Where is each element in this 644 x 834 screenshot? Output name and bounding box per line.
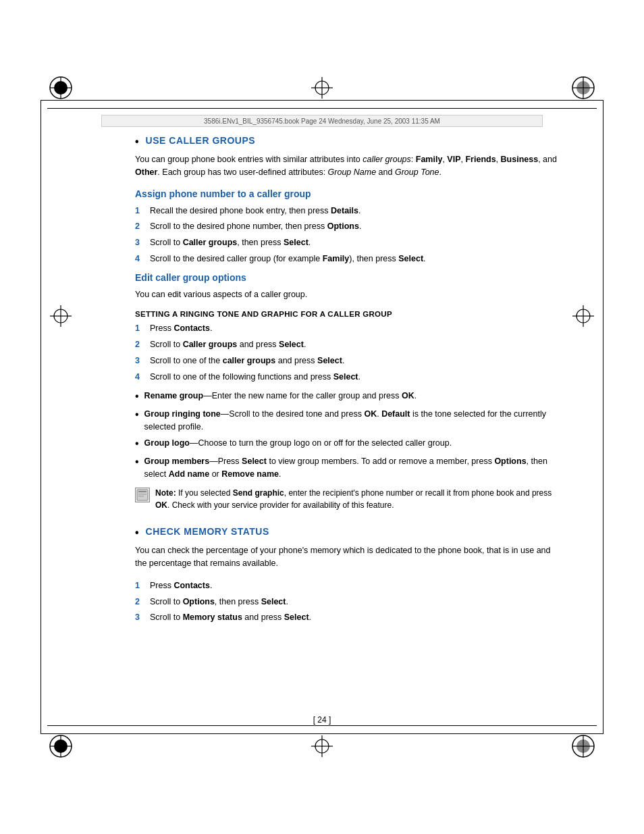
inner-border-top xyxy=(47,108,597,109)
memory-step-2: 2 Scroll to Options, then press Select. xyxy=(135,596,563,608)
sub-sub-heading: SETTING A RINGING TONE AND GRAPHIC FOR A… xyxy=(135,310,563,318)
side-decoration-left xyxy=(49,304,73,328)
assign-step-1: 1 Recall the desired phone book entry, t… xyxy=(135,205,563,217)
option-group-members: • Group members—Press Select to view gro… xyxy=(135,455,563,481)
assign-step-2: 2 Scroll to the desired phone number, th… xyxy=(135,220,563,233)
note-icon xyxy=(135,488,150,502)
memory-step-3: 3 Scroll to Memory status and press Sele… xyxy=(135,611,563,624)
edit-step-4: 4 Scroll to one of the following functio… xyxy=(135,371,563,384)
option-group-logo: • Group logo—Choose to turn the group lo… xyxy=(135,437,563,452)
edit-step-1: 1 Press Contacts. xyxy=(135,322,563,335)
subsection-assign: Assign phone number to a caller group 1 … xyxy=(135,188,563,265)
subsection1-heading: Assign phone number to a caller group xyxy=(135,188,563,199)
option-ringing-tone: • Group ringing tone—Scroll to the desir… xyxy=(135,408,563,434)
header-bar: 3586i.ENv1_BIL_9356745.book Page 24 Wedn… xyxy=(101,115,543,127)
svg-rect-29 xyxy=(138,491,146,492)
side-decoration-right xyxy=(571,304,595,328)
subsection-edit: Edit caller group options You can edit v… xyxy=(135,272,563,512)
page-number: [ 24 ] xyxy=(0,715,644,725)
top-center-decoration xyxy=(310,76,334,100)
page-border-right xyxy=(603,100,603,734)
corner-decoration-br xyxy=(571,734,595,758)
assign-step-3: 3 Scroll to Caller groups, then press Se… xyxy=(135,236,563,249)
svg-rect-30 xyxy=(138,494,146,495)
edit-steps-list: 1 Press Contacts. 2 Scroll to Caller gro… xyxy=(135,322,563,383)
subsection2-intro: You can edit various aspects of a caller… xyxy=(135,288,563,301)
memory-steps-list: 1 Press Contacts. 2 Scroll to Options, t… xyxy=(135,579,563,624)
edit-step-2: 2 Scroll to Caller groups and press Sele… xyxy=(135,338,563,351)
header-text: 3586i.ENv1_BIL_9356745.book Page 24 Wedn… xyxy=(204,118,440,125)
svg-rect-31 xyxy=(138,496,144,497)
section-check-memory: • CHECK MEMORY STATUS You can check the … xyxy=(135,526,563,624)
edit-step-3: 3 Scroll to one of the caller groups and… xyxy=(135,355,563,367)
assign-step-4: 4 Scroll to the desired caller group (fo… xyxy=(135,253,563,265)
page-border-left xyxy=(41,100,41,734)
assign-steps-list: 1 Recall the desired phone book entry, t… xyxy=(135,205,563,265)
main-content: • USE CALLER GROUPS You can group phone … xyxy=(135,135,563,699)
corner-decoration-tr xyxy=(571,76,595,100)
memory-step-1: 1 Press Contacts. xyxy=(135,579,563,592)
inner-border-bottom xyxy=(47,725,597,726)
section-use-caller-groups: • USE CALLER GROUPS You can group phone … xyxy=(135,135,563,511)
section2-heading: • CHECK MEMORY STATUS xyxy=(135,526,563,539)
subsection2-heading: Edit caller group options xyxy=(135,272,563,283)
page-border-top xyxy=(41,100,603,101)
section1-intro: You can group phone book entries with si… xyxy=(135,153,563,179)
corner-decoration-bl xyxy=(49,734,73,758)
section1-heading: • USE CALLER GROUPS xyxy=(135,135,563,148)
section1-title: USE CALLER GROUPS xyxy=(146,135,256,146)
note-text: Note: If you selected Send graphic, ente… xyxy=(155,487,563,511)
corner-decoration-tl xyxy=(49,76,73,100)
bottom-center-decoration xyxy=(310,734,334,758)
section2-intro: You can check the percentage of your pho… xyxy=(135,544,563,570)
group-options-list: • Rename group—Enter the new name for th… xyxy=(135,390,563,480)
option-rename: • Rename group—Enter the new name for th… xyxy=(135,390,563,405)
section2-bullet: • xyxy=(135,527,139,539)
section1-bullet: • xyxy=(135,136,139,148)
note-box: Note: If you selected Send graphic, ente… xyxy=(135,487,563,511)
section2-title: CHECK MEMORY STATUS xyxy=(146,526,269,537)
